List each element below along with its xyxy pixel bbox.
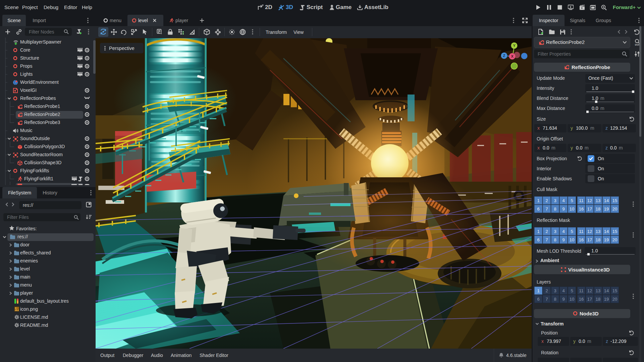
svg-text:X: X (511, 54, 514, 58)
svg-text:Z: Z (503, 54, 505, 58)
svg-text:Perspective: Perspective (109, 46, 135, 51)
svg-text:Y: Y (513, 44, 516, 48)
